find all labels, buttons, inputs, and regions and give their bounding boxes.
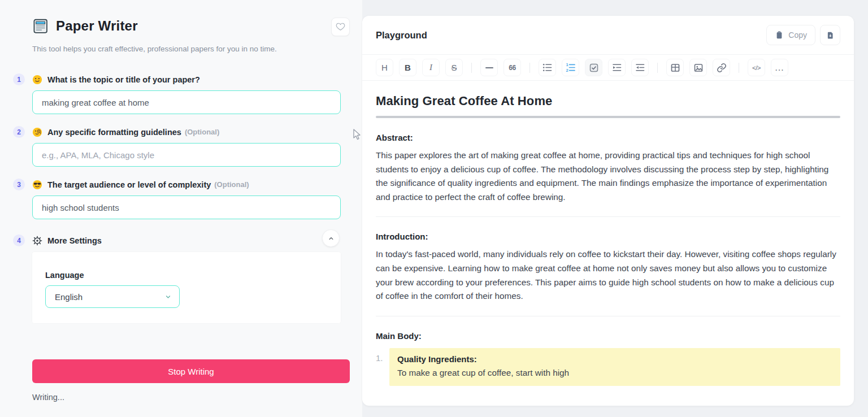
- introduction-heading: Introduction:: [376, 232, 840, 241]
- playground-header: Playground Copy: [362, 16, 854, 55]
- abstract-body: This paper explores the art of making gr…: [376, 149, 840, 204]
- sunglasses-emoji-icon: [32, 180, 42, 190]
- gear-icon: [32, 236, 42, 246]
- section-divider: [376, 216, 840, 217]
- formatting-guidelines-input[interactable]: [32, 143, 341, 167]
- paper-writer-panel: Paper Writer This tool helps you craft e…: [0, 0, 362, 417]
- app-subtitle: This tool helps you craft effective, pro…: [32, 45, 349, 53]
- step-badge-3: 3: [13, 179, 25, 190]
- language-label: Language: [45, 271, 341, 280]
- question-2-optional: (Optional): [185, 128, 219, 136]
- toolbar-divider: [530, 63, 530, 73]
- document-title: Making Great Coffee At Home: [376, 94, 840, 108]
- indent-button[interactable]: [608, 59, 626, 76]
- table-button[interactable]: [666, 59, 684, 76]
- favorite-button[interactable]: [331, 18, 350, 36]
- topic-input[interactable]: [32, 90, 341, 114]
- question-3-label: The target audience or level of complexi…: [47, 180, 211, 189]
- list-item-text: To make a great cup of coffee, start wit…: [397, 366, 832, 380]
- image-icon: [693, 63, 704, 73]
- more-options-button[interactable]: …: [771, 59, 788, 76]
- list-item-number: 1.: [376, 348, 389, 386]
- chevron-up-icon: [327, 234, 335, 242]
- link-icon: [717, 63, 727, 73]
- title-rule: [376, 116, 840, 118]
- outdent-button[interactable]: [631, 59, 649, 76]
- indent-icon: [611, 62, 622, 73]
- question-2-label: Any specific formatting guidelines: [47, 128, 181, 137]
- bullet-list-button[interactable]: [539, 59, 556, 76]
- blockquote-button[interactable]: 66: [504, 59, 521, 76]
- writing-status: Writing...: [32, 393, 362, 402]
- more-settings-label: More Settings: [47, 236, 102, 245]
- step-badge-1: 1: [13, 73, 25, 85]
- chevron-down-icon: [164, 293, 172, 301]
- list-item-title: Quality Ingredients:: [397, 353, 832, 366]
- language-select[interactable]: English: [45, 285, 180, 308]
- checkbox-icon: [589, 63, 599, 73]
- copy-button[interactable]: Copy: [766, 25, 815, 45]
- playground-actions: Copy: [766, 25, 840, 45]
- app-header: Paper Writer: [32, 16, 362, 36]
- copy-button-label: Copy: [788, 31, 807, 40]
- step-badge-2: 2: [13, 126, 25, 138]
- link-button[interactable]: [713, 59, 730, 76]
- heading-button[interactable]: H: [376, 59, 393, 76]
- language-select-value: English: [55, 292, 83, 302]
- newspaper-icon: [32, 18, 49, 34]
- highlighted-text-block: Quality Ingredients: To make a great cup…: [389, 348, 840, 386]
- export-document-button[interactable]: [820, 25, 840, 45]
- ordered-list-button[interactable]: 1 2: [562, 59, 579, 76]
- horizontal-rule-icon: [485, 67, 493, 68]
- bullet-list-icon: [542, 62, 553, 73]
- table-icon: [670, 63, 680, 73]
- toolbar-divider: [657, 63, 658, 73]
- playground-title: Playground: [376, 30, 427, 41]
- stop-writing-button[interactable]: Stop Writing: [32, 359, 350, 383]
- question-1-row: 1 What is the topic or title of your pap…: [13, 73, 349, 85]
- list-item: 1. Quality Ingredients: To make a great …: [376, 348, 840, 386]
- editor-toolbar: H B I S 66 1 2: [362, 55, 854, 81]
- question-3-row: 3 The target audience or level of comple…: [13, 179, 349, 190]
- file-download-icon: [826, 31, 835, 40]
- step-badge-4: 4: [13, 234, 25, 246]
- ordered-list-icon: 1 2: [565, 62, 576, 73]
- question-3-optional: (Optional): [214, 180, 249, 189]
- settings-card: Language English: [32, 252, 341, 323]
- horizontal-rule-button[interactable]: [480, 59, 498, 76]
- playground-panel: Playground Copy: [362, 16, 854, 406]
- clipboard-icon: [775, 31, 784, 40]
- smiley-emoji-icon: [32, 75, 42, 85]
- abstract-heading: Abstract:: [376, 133, 840, 142]
- toolbar-divider: [471, 63, 472, 73]
- svg-text:2: 2: [566, 68, 568, 73]
- bold-button[interactable]: B: [399, 59, 416, 76]
- strikethrough-button[interactable]: S: [445, 59, 463, 76]
- toolbar-divider: [739, 63, 739, 73]
- collapse-settings-button[interactable]: [322, 229, 340, 247]
- outdent-icon: [635, 62, 645, 73]
- section-divider: [376, 316, 840, 316]
- heart-icon: [336, 22, 345, 32]
- more-settings-row[interactable]: 4 More Settings: [13, 234, 349, 246]
- page-title: Paper Writer: [56, 18, 138, 34]
- task-list-button[interactable]: [585, 59, 602, 76]
- image-button[interactable]: [689, 59, 707, 76]
- question-2-row: 2 Any specific formatting guidelines (Op…: [13, 126, 349, 138]
- monocle-emoji-icon: [32, 127, 42, 137]
- question-1-label: What is the topic or title of your paper…: [47, 75, 200, 84]
- svg-text:1: 1: [566, 62, 568, 67]
- italic-button[interactable]: I: [422, 59, 440, 76]
- target-audience-input[interactable]: [32, 196, 341, 219]
- introduction-body: In today's fast-paced world, many indivi…: [376, 247, 840, 303]
- main-body-heading: Main Body:: [376, 331, 840, 341]
- code-button[interactable]: </>: [748, 59, 765, 76]
- editor-content[interactable]: Making Great Coffee At Home Abstract: Th…: [362, 81, 854, 386]
